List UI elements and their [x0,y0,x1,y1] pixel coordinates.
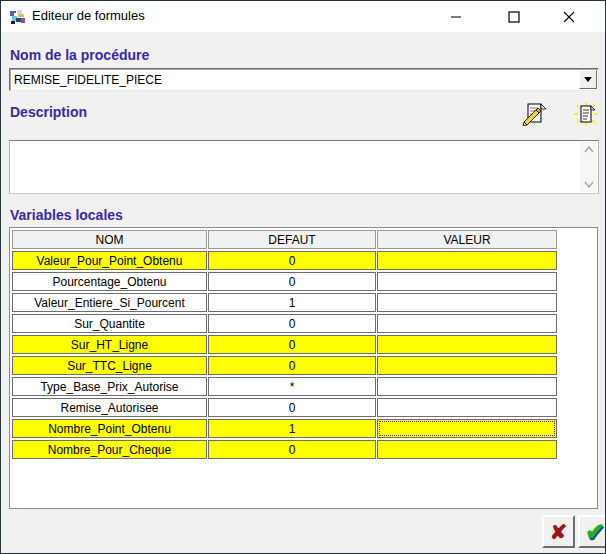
scroll-up-icon[interactable] [584,146,594,153]
table-header-row: NOM DEFAUT VALEUR [12,230,557,249]
cell-valeur[interactable] [377,293,557,312]
cell-nom[interactable]: Pourcentage_Obtenu [12,272,207,291]
table-row: Sur_TTC_Ligne0 [12,356,557,375]
table-row: Nombre_Point_Obtenu1 [12,419,557,438]
local-variables-label: Variables locales [10,207,123,223]
cell-defaut[interactable]: 0 [208,440,376,459]
cell-valeur[interactable] [377,314,557,333]
table-row: Type_Base_Prix_Autorise* [12,377,557,396]
table-row: Pourcentage_Obtenu0 [12,272,557,291]
cell-defaut[interactable]: 1 [208,293,376,312]
table-row: Nombre_Pour_Cheque0 [12,440,557,459]
cell-nom[interactable]: Sur_TTC_Ligne [12,356,207,375]
cell-defaut[interactable]: 0 [208,335,376,354]
cell-valeur[interactable] [377,356,557,375]
table-row: Valeur_Pour_Point_Obtenu0 [12,251,557,270]
edit-formula-icon[interactable] [522,102,546,126]
variables-table: NOM DEFAUT VALEUR Valeur_Pour_Point_Obte… [11,228,558,461]
window-title: Editeur de formules [32,8,145,23]
cell-defaut[interactable]: 0 [208,251,376,270]
ok-check-icon: ✔ [585,520,605,544]
cell-valeur[interactable] [377,251,557,270]
cancel-button[interactable]: ✘ [542,515,575,548]
cell-nom[interactable]: Valeur_Entiere_Si_Pourcent [12,293,207,312]
cell-valeur[interactable] [377,335,557,354]
maximize-button[interactable] [491,1,537,32]
table-row: Sur_HT_Ligne0 [12,335,557,354]
close-button[interactable] [546,1,592,32]
close-icon [563,11,575,23]
description-label: Description [10,104,87,120]
title-bar[interactable]: Editeur de formules [1,1,605,32]
formula-app-icon [10,9,26,25]
cell-valeur[interactable] [377,440,557,459]
cell-defaut[interactable]: 1 [208,419,376,438]
minimize-icon [450,11,462,23]
procedure-name-value[interactable]: REMISE_FIDELITE_PIECE [10,73,579,87]
description-scrollbar[interactable] [580,142,597,192]
procedure-name-label: Nom de la procédure [10,47,149,63]
column-header-nom[interactable]: NOM [12,230,207,249]
new-formula-icon[interactable] [574,102,598,126]
cell-valeur[interactable] [377,377,557,396]
table-row: Sur_Quantite0 [12,314,557,333]
column-header-valeur[interactable]: VALEUR [377,230,557,249]
cell-nom[interactable]: Valeur_Pour_Point_Obtenu [12,251,207,270]
cell-nom[interactable]: Sur_HT_Ligne [12,335,207,354]
cell-nom[interactable]: Nombre_Pour_Cheque [12,440,207,459]
cell-valeur[interactable] [377,272,557,291]
table-row: Remise_Autorisee0 [12,398,557,417]
procedure-name-combobox[interactable]: REMISE_FIDELITE_PIECE [9,68,599,91]
cell-nom[interactable]: Remise_Autorisee [12,398,207,417]
cell-valeur[interactable] [377,398,557,417]
maximize-icon [508,11,520,23]
cancel-x-icon: ✘ [550,522,568,542]
formula-editor-dialog: Editeur de formules Nom de la procédure … [0,0,606,554]
minimize-button[interactable] [433,1,479,32]
cell-defaut[interactable]: 0 [208,356,376,375]
variables-grid: NOM DEFAUT VALEUR Valeur_Pour_Point_Obte… [9,227,598,509]
cell-valeur[interactable] [377,419,557,438]
combobox-dropdown-button[interactable] [579,70,597,89]
column-header-defaut[interactable]: DEFAUT [208,230,376,249]
variables-table-body: Valeur_Pour_Point_Obtenu0Pourcentage_Obt… [12,251,557,459]
cell-nom[interactable]: Type_Base_Prix_Autorise [12,377,207,396]
description-textarea[interactable] [9,140,599,194]
cell-defaut[interactable]: 0 [208,272,376,291]
cell-nom[interactable]: Nombre_Point_Obtenu [12,419,207,438]
cell-defaut[interactable]: 0 [208,314,376,333]
cell-nom[interactable]: Sur_Quantite [12,314,207,333]
ok-button[interactable]: ✔ [578,515,606,548]
table-row: Valeur_Entiere_Si_Pourcent1 [12,293,557,312]
cell-defaut[interactable]: * [208,377,376,396]
cell-defaut[interactable]: 0 [208,398,376,417]
scroll-down-icon[interactable] [584,181,594,188]
chevron-down-icon [584,77,592,82]
